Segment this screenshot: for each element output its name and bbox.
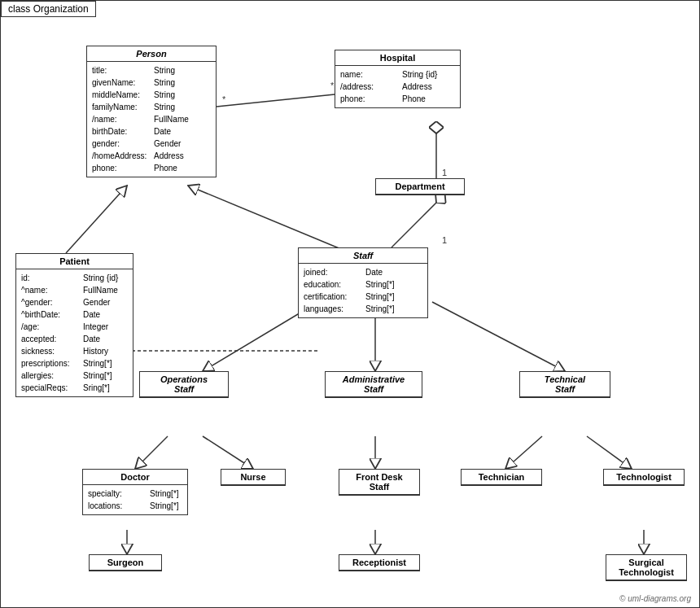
- administrative-staff-header: AdministrativeStaff: [326, 372, 422, 397]
- patient-body: id:String {id} ^name:FullName ^gender:Ge…: [16, 269, 133, 396]
- person-body: title:String givenName:String middleName…: [87, 62, 216, 177]
- hospital-body: name:String {id} /address:Address phone:…: [335, 66, 460, 107]
- technical-staff-class: TechnicalStaff: [519, 371, 610, 398]
- doctor-header: Doctor: [83, 470, 187, 485]
- technician-header: Technician: [462, 470, 541, 485]
- hospital-header: Hospital: [335, 50, 460, 66]
- svg-line-9: [135, 436, 168, 469]
- nurse-header: Nurse: [221, 470, 285, 485]
- surgical-technologist-header: SurgicalTechnologist: [606, 555, 686, 580]
- staff-class: Staff joined:Date education:String[*] ce…: [298, 247, 428, 318]
- svg-line-12: [505, 436, 542, 469]
- receptionist-header: Receptionist: [339, 555, 419, 571]
- hospital-class: Hospital name:String {id} /address:Addre…: [335, 50, 461, 108]
- diagram-title: class Organization: [1, 1, 96, 17]
- technologist-class: Technologist: [603, 469, 685, 486]
- patient-header: Patient: [16, 254, 133, 269]
- svg-text:1: 1: [442, 168, 447, 177]
- front-desk-staff-class: Front DeskStaff: [339, 469, 420, 496]
- surgeon-header: Surgeon: [90, 555, 161, 571]
- person-header: Person: [87, 46, 216, 62]
- svg-line-3: [392, 203, 436, 247]
- svg-line-4: [217, 94, 335, 107]
- svg-line-8: [432, 302, 565, 371]
- administrative-staff-class: AdministrativeStaff: [325, 371, 422, 398]
- receptionist-class: Receptionist: [339, 554, 420, 571]
- svg-text:*: *: [222, 94, 226, 104]
- department-header: Department: [376, 179, 464, 195]
- technologist-header: Technologist: [604, 470, 684, 485]
- front-desk-staff-header: Front DeskStaff: [339, 470, 419, 495]
- surgical-technologist-class: SurgicalTechnologist: [606, 554, 687, 581]
- staff-header: Staff: [299, 248, 427, 264]
- diagram-container: class Organization: [0, 0, 700, 608]
- doctor-body: specialty:String[*] locations:String[*]: [83, 485, 187, 514]
- technician-class: Technician: [461, 469, 542, 486]
- operations-staff-header: OperationsStaff: [140, 372, 228, 397]
- copyright: © uml-diagrams.org: [619, 594, 691, 603]
- svg-line-0: [66, 186, 127, 253]
- operations-staff-class: OperationsStaff: [139, 371, 229, 398]
- staff-body: joined:Date education:String[*] certific…: [299, 264, 427, 317]
- patient-class: Patient id:String {id} ^name:FullName ^g…: [15, 253, 133, 397]
- svg-line-10: [203, 436, 253, 469]
- svg-line-1: [188, 186, 351, 253]
- svg-line-13: [587, 436, 632, 469]
- svg-text:1: 1: [442, 235, 447, 245]
- person-class: Person title:String givenName:String mid…: [86, 46, 217, 177]
- nurse-class: Nurse: [221, 469, 286, 486]
- department-class: Department: [375, 178, 465, 195]
- surgeon-class: Surgeon: [89, 554, 162, 571]
- technical-staff-header: TechnicalStaff: [520, 372, 610, 397]
- doctor-class: Doctor specialty:String[*] locations:Str…: [82, 469, 188, 515]
